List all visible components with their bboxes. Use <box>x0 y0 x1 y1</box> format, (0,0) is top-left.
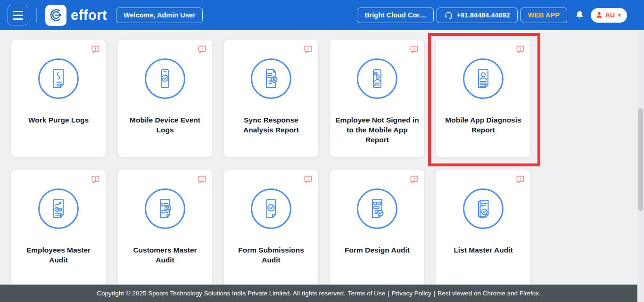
report-icon-circle <box>38 58 79 99</box>
support-phone-number: +91.84484.44692 <box>456 11 510 19</box>
report-card-label: Form Submissions Audit <box>224 245 318 265</box>
alert-bubble-icon <box>409 44 419 54</box>
support-phone-button[interactable]: +91.84484.44692 <box>437 8 517 23</box>
alert-bubble-icon <box>91 174 100 184</box>
header-divider <box>36 8 37 22</box>
alert-bubble-icon <box>197 174 207 184</box>
report-icon-circle <box>145 58 185 99</box>
alert-bubble-icon <box>515 44 525 54</box>
report-card[interactable]: Employee Not Signed in to the Mobile App… <box>330 40 424 157</box>
privacy-policy-link[interactable]: Privacy Policy <box>392 290 431 297</box>
user-icon <box>595 11 603 19</box>
report-card-label: List Master Audit <box>436 245 530 255</box>
report-card[interactable]: Work Purge Logs <box>11 40 106 157</box>
alert-bubble-icon <box>91 44 100 54</box>
report-icon-circle <box>357 188 397 229</box>
report-icon-circle <box>463 188 504 229</box>
report-icon-circle <box>357 58 397 99</box>
headset-icon <box>444 11 453 20</box>
report-card-label: Employees Master Audit <box>11 245 106 265</box>
company-button[interactable]: Bright Cloud Cor… <box>357 8 434 23</box>
alert-bubble-icon <box>409 174 419 184</box>
user-menu-button[interactable]: AU ▼ <box>591 8 627 23</box>
report-icon-circle <box>251 188 291 229</box>
scrollbar-track[interactable] <box>637 30 644 302</box>
report-card-label: Mobile Device Event Logs <box>118 115 212 135</box>
header-right-cluster: Bright Cloud Cor… +91.84484.44692 WEB AP… <box>357 8 627 23</box>
report-card-label: Mobile App Diagnosis Report <box>436 115 530 135</box>
report-card[interactable]: List Master Audit <box>436 170 530 287</box>
report-card[interactable]: Form Design Audit <box>330 170 424 287</box>
report-icon-circle <box>251 58 291 99</box>
scrollbar-thumb[interactable] <box>638 108 643 211</box>
reports-grid: Work Purge Logs Mobile Device Event Logs… <box>0 30 637 302</box>
report-card[interactable]: Mobile Device Event Logs <box>118 40 212 157</box>
browser-note: Best viewed on Chrome and Firefox. <box>438 290 540 297</box>
report-icon-circle <box>145 188 185 229</box>
footer-separator: | <box>434 290 436 297</box>
report-card-label: Sync Response Analysis Report <box>224 115 318 135</box>
report-card-label: Work Purge Logs <box>11 115 106 125</box>
brand-name: effort <box>71 8 107 23</box>
alert-bubble-icon <box>197 44 207 54</box>
notifications-button[interactable] <box>575 10 585 20</box>
app-logo[interactable] <box>45 5 66 26</box>
report-icon-circle <box>38 188 79 229</box>
bell-icon <box>575 10 585 20</box>
web-app-button[interactable]: WEB APP <box>520 8 567 23</box>
report-card-label: Form Design Audit <box>330 245 424 255</box>
app-header: effort Welcome, Admin User Bright Cloud … <box>0 0 644 30</box>
copyright-text: Copyright © 2025 Spoors Technology Solut… <box>97 290 345 297</box>
report-card[interactable]: Customers Master Audit <box>118 170 212 287</box>
welcome-button[interactable]: Welcome, Admin User <box>116 8 203 23</box>
alert-bubble-icon <box>303 174 313 184</box>
effort-logo-icon <box>49 8 64 23</box>
footer-bar: Copyright © 2025 Spoors Technology Solut… <box>0 285 637 302</box>
caret-down-icon: ▼ <box>617 13 622 18</box>
hamburger-icon <box>13 11 23 12</box>
alert-bubble-icon <box>515 174 525 184</box>
alert-bubble-icon <box>303 44 313 54</box>
user-initials: AU <box>605 11 615 19</box>
hamburger-menu-button[interactable] <box>8 5 28 25</box>
report-card-label: Customers Master Audit <box>118 245 212 265</box>
report-card-label: Employee Not Signed in to the Mobile App… <box>330 115 424 145</box>
report-card[interactable]: Employees Master Audit <box>11 170 106 287</box>
report-card[interactable]: Sync Response Analysis Report <box>224 40 318 157</box>
terms-of-use-link[interactable]: Terms of Use <box>348 290 386 297</box>
footer-separator: | <box>388 290 389 297</box>
report-card[interactable]: Form Submissions Audit <box>224 170 318 287</box>
report-card[interactable]: Mobile App Diagnosis Report <box>436 40 530 157</box>
report-icon-circle <box>463 58 504 99</box>
